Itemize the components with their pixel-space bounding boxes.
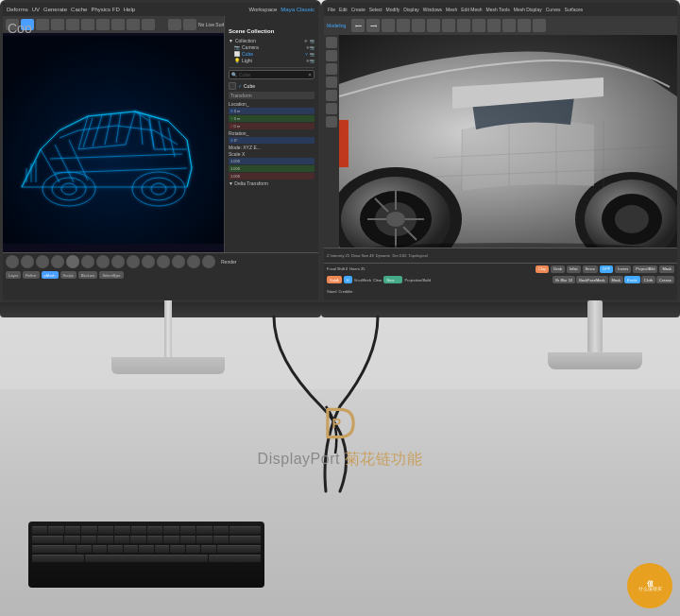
key[interactable]: [131, 526, 146, 534]
tool-3[interactable]: [36, 255, 49, 268]
key[interactable]: [163, 526, 178, 534]
menu-surfaces[interactable]: Surfaces: [565, 7, 584, 12]
tool-8[interactable]: [111, 255, 125, 268]
key[interactable]: [130, 536, 146, 543]
key-space[interactable]: [85, 555, 209, 562]
tool-6[interactable]: [81, 255, 94, 268]
clay-tag[interactable]: Clay: [536, 265, 549, 273]
tool-5[interactable]: [66, 255, 79, 268]
key-enter[interactable]: [217, 545, 261, 553]
key[interactable]: [155, 545, 169, 553]
smooth-tag[interactable]: Smoo: [583, 265, 598, 273]
max-icon-5[interactable]: [326, 90, 337, 101]
max-tb-11[interactable]: [502, 19, 516, 32]
key[interactable]: [81, 536, 97, 543]
tool-14[interactable]: [202, 255, 215, 268]
br-blur-tag[interactable]: Br Blur 10: [552, 276, 575, 283]
max-tb-10[interactable]: [487, 19, 501, 32]
key[interactable]: [163, 536, 179, 543]
key[interactable]: [209, 555, 261, 562]
key[interactable]: [201, 545, 215, 553]
key-caps[interactable]: [32, 545, 76, 553]
max-tb-9[interactable]: [472, 19, 485, 32]
max-tb-8[interactable]: [457, 19, 470, 32]
key[interactable]: [196, 526, 212, 534]
key[interactable]: [97, 536, 113, 543]
cloth-tag[interactable]: Cloth: [641, 276, 655, 283]
menu-modify[interactable]: Modify: [386, 7, 400, 12]
key[interactable]: [213, 526, 229, 534]
key[interactable]: [147, 526, 162, 534]
key[interactable]: [81, 526, 96, 534]
menu-cache[interactable]: Cache: [71, 7, 87, 12]
menu-uv[interactable]: UV: [32, 7, 40, 12]
mask2-tag[interactable]: Mask: [609, 276, 624, 283]
key[interactable]: [139, 545, 153, 553]
key[interactable]: [98, 526, 113, 534]
key[interactable]: [213, 536, 230, 543]
menu-physics[interactable]: Physics FD: [91, 7, 119, 12]
max-icon-1[interactable]: [326, 37, 337, 48]
key[interactable]: [170, 545, 184, 553]
key[interactable]: [114, 526, 129, 534]
toolbar-btn-7[interactable]: [96, 19, 110, 30]
menu-deforms[interactable]: Deforms: [7, 7, 28, 12]
tool-11[interactable]: [157, 255, 170, 268]
key[interactable]: [180, 526, 196, 534]
menu-meshtools[interactable]: Mesh Tools: [486, 7, 510, 12]
toolbar-btn-5[interactable]: [66, 19, 79, 30]
key[interactable]: [124, 545, 138, 553]
tool-9[interactable]: [127, 255, 140, 268]
tool-2[interactable]: [21, 255, 34, 268]
menu-windows[interactable]: Windows: [423, 7, 442, 12]
inflate-tag[interactable]: Inflat: [567, 265, 581, 273]
menu-file[interactable]: File: [328, 7, 335, 12]
flatten-tag[interactable]: GPF: [600, 265, 613, 273]
key[interactable]: [48, 526, 63, 534]
toolbar-btn-3[interactable]: [36, 19, 49, 30]
max-icon-6[interactable]: [326, 103, 337, 114]
tool-4[interactable]: [51, 255, 64, 268]
tool-7[interactable]: [96, 255, 110, 268]
key-wide[interactable]: [230, 526, 261, 534]
max-tb-4[interactable]: [397, 19, 410, 32]
crease-tag[interactable]: Crease: [656, 276, 674, 283]
toolbar-btn-6[interactable]: [81, 19, 94, 30]
menu-generate[interactable]: Generate: [43, 7, 67, 12]
subB-tag[interactable]: H: [344, 276, 352, 283]
toolbar-btn-8[interactable]: [111, 19, 125, 30]
max-tb-3[interactable]: [382, 19, 395, 32]
key[interactable]: [64, 536, 80, 543]
menu-mesh[interactable]: Mesh: [446, 7, 457, 12]
backfacemask-tag[interactable]: BackFaceMask: [576, 276, 607, 283]
tool-13[interactable]: [187, 255, 200, 268]
toolbar-btn-4[interactable]: [51, 19, 64, 30]
key[interactable]: [65, 526, 80, 534]
max-tb-2[interactable]: ⟶: [366, 19, 380, 32]
tool-1[interactable]: [6, 255, 19, 268]
key[interactable]: [180, 536, 196, 543]
toolbar-btn-10[interactable]: [142, 19, 155, 30]
menu-edit[interactable]: Edit: [339, 7, 348, 12]
erode-tag[interactable]: Erode: [624, 276, 640, 283]
new-tag[interactable]: New: [383, 276, 402, 283]
toolbar-btn-12[interactable]: [183, 19, 196, 30]
menu-editmesh[interactable]: Edit Mesh: [461, 7, 482, 12]
tool-10[interactable]: [142, 255, 155, 268]
max-icon-3[interactable]: [326, 63, 337, 75]
max-tb-12[interactable]: [518, 19, 531, 32]
subA-tag[interactable]: SubA: [327, 276, 342, 283]
inverse-tag[interactable]: Invers: [615, 265, 631, 273]
menu-select[interactable]: Select: [369, 7, 382, 12]
menu-help[interactable]: Help: [124, 7, 135, 12]
max-icon-4[interactable]: [326, 77, 337, 88]
max-tb-5[interactable]: [412, 19, 425, 32]
max-tb-1[interactable]: ⟵: [351, 19, 365, 32]
toolbar-btn-11[interactable]: [168, 19, 181, 30]
project-tag[interactable]: Project/Bild: [633, 265, 657, 273]
tool-12[interactable]: [172, 255, 185, 268]
key-tab[interactable]: [32, 536, 63, 543]
key[interactable]: [196, 536, 212, 543]
key[interactable]: [186, 545, 200, 553]
max-tb-13[interactable]: [533, 19, 546, 32]
